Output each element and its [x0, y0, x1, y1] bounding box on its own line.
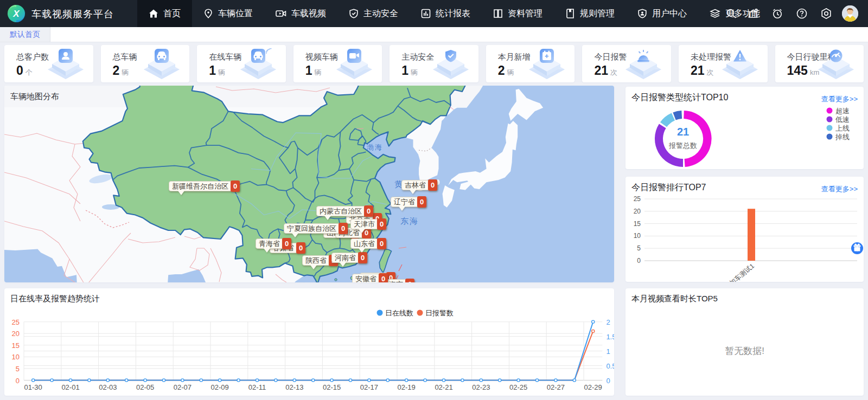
svg-text:25: 25 — [634, 195, 641, 203]
svg-text:15: 15 — [634, 220, 641, 228]
svg-text:02-13: 02-13 — [285, 383, 303, 391]
svg-text:02-27: 02-27 — [547, 383, 565, 391]
svg-text:加车测试1: 加车测试1 — [728, 262, 756, 282]
svg-text:日在线数: 日在线数 — [385, 309, 413, 317]
svg-text:10: 10 — [634, 232, 641, 240]
svg-text:5: 5 — [637, 244, 641, 252]
svg-text:02-09: 02-09 — [211, 383, 229, 391]
svg-text:21: 21 — [677, 126, 689, 138]
svg-text:0: 0 — [606, 377, 610, 385]
svg-text:20: 20 — [634, 208, 641, 215]
svg-text:低速: 低速 — [835, 115, 850, 124]
svg-text:25: 25 — [12, 318, 20, 326]
svg-text:02-15: 02-15 — [323, 383, 341, 391]
svg-text:10: 10 — [12, 353, 20, 361]
svg-text:5: 5 — [16, 365, 20, 373]
svg-text:渤海: 渤海 — [366, 143, 383, 151]
svg-text:东海: 东海 — [400, 216, 419, 225]
svg-text:02-21: 02-21 — [435, 383, 452, 391]
svg-text:上线: 上线 — [835, 124, 850, 132]
svg-text:1.5: 1.5 — [606, 333, 614, 341]
svg-text:20: 20 — [12, 330, 20, 338]
svg-text:02-05: 02-05 — [136, 383, 154, 391]
svg-text:02-07: 02-07 — [174, 383, 192, 391]
svg-text:02-19: 02-19 — [398, 383, 416, 391]
svg-text:日报警数: 日报警数 — [425, 309, 454, 317]
svg-text:报警总数: 报警总数 — [668, 141, 697, 150]
svg-text:02-17: 02-17 — [360, 383, 378, 391]
svg-text:0: 0 — [16, 377, 20, 385]
svg-text:15: 15 — [12, 341, 20, 350]
svg-text:02-11: 02-11 — [248, 383, 266, 391]
svg-text:01-30: 01-30 — [24, 383, 42, 391]
svg-text:超速: 超速 — [835, 107, 850, 115]
svg-text:02-29: 02-29 — [584, 383, 602, 391]
svg-text:X: X — [12, 9, 20, 19]
svg-text:2: 2 — [606, 318, 610, 326]
svg-text:0.5: 0.5 — [606, 362, 614, 370]
svg-text:02-01: 02-01 — [61, 383, 79, 391]
svg-text:02-03: 02-03 — [99, 383, 117, 391]
svg-text:0: 0 — [637, 257, 641, 264]
svg-text:02-23: 02-23 — [472, 383, 490, 391]
svg-text:1: 1 — [606, 347, 610, 356]
svg-text:02-25: 02-25 — [509, 383, 527, 391]
svg-text:掉线: 掉线 — [835, 133, 850, 141]
